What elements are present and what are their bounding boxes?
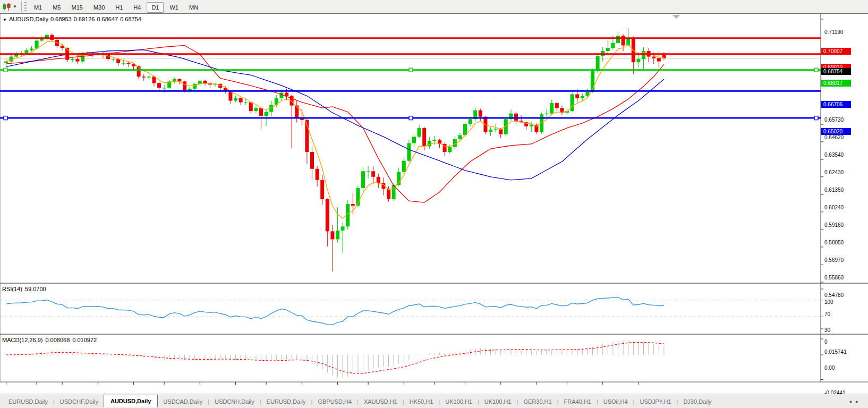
candle-body — [40, 39, 44, 40]
candlestick-chart-icon[interactable] — [2, 3, 12, 11]
chevron-down-icon[interactable]: ▼ — [13, 4, 17, 9]
candle-body — [234, 98, 237, 101]
triangle-down-icon[interactable]: ▼ — [3, 18, 7, 22]
chart-tab-gbpusd-h4[interactable]: GBPUSD,H4 — [312, 396, 357, 407]
candle-body — [24, 50, 28, 54]
chart-tab-uk100-h1[interactable]: UK100,H1 — [440, 396, 478, 407]
candle-body — [652, 57, 656, 58]
chart-tab-fra40-h1[interactable]: FRA40,H1 — [559, 396, 597, 407]
candle-body — [346, 204, 350, 226]
timeframe-button-mn[interactable]: MN — [184, 2, 203, 13]
candle-body — [183, 81, 186, 91]
timeframe-button-m30[interactable]: M30 — [89, 2, 109, 13]
chart-tab-usdchf-daily[interactable]: USDCHF,Daily — [55, 396, 104, 407]
mt4-terminal: ▼ M1M5M15M30H1H4D1W1MN ▼AUDUSD,Daily0.68… — [0, 0, 868, 408]
candle-body — [142, 76, 146, 78]
timeframe-button-h1[interactable]: H1 — [110, 2, 127, 13]
price-tick-label: 0.71190 — [824, 29, 843, 35]
candle-body — [479, 110, 482, 117]
candle-body — [422, 128, 426, 147]
candle-body — [295, 106, 299, 118]
rsi-axis-label: 30 — [824, 327, 830, 333]
macd-axis-label: 0.015741 — [824, 349, 847, 355]
line-drag-handle[interactable] — [4, 116, 7, 120]
line-drag-handle[interactable] — [409, 68, 413, 72]
candle-body — [326, 199, 329, 231]
candle-body — [316, 169, 319, 180]
candle-body — [285, 92, 288, 96]
candle-body — [555, 103, 559, 108]
candle-body — [412, 137, 416, 143]
candle-body — [616, 36, 620, 43]
macd-main-value: 0.008068 — [45, 337, 70, 343]
candle-body — [575, 94, 579, 98]
tab-scroll-right-icon[interactable]: ▸ — [856, 398, 863, 404]
candle-body — [341, 226, 345, 231]
timeframe-button-m15[interactable]: M15 — [66, 2, 87, 13]
candle-body — [418, 128, 421, 137]
candle-body — [407, 143, 411, 160]
chart-tab-usoil-h4[interactable]: USOil,H4 — [598, 396, 633, 407]
ohlc-close: 0.68754 — [120, 16, 141, 22]
price-tag: 0.68754 — [821, 68, 851, 75]
candle-body — [596, 56, 600, 71]
chart-window[interactable]: ▼AUDUSD,Daily0.689530.691260.686470.6875… — [0, 13, 868, 394]
candle-body — [469, 119, 472, 124]
candle-body — [361, 171, 365, 188]
line-drag-handle[interactable] — [4, 68, 7, 72]
chart-tab-usdcad-daily[interactable]: USDCAD,Daily — [158, 396, 208, 407]
timeframe-toolbar: ▼ M1M5M15M30H1H4D1W1MN — [0, 0, 868, 14]
candle-body — [203, 81, 207, 83]
candle-body — [61, 46, 64, 48]
price-tick-label: 0.61350 — [824, 187, 844, 193]
chart-tab-audusd-daily[interactable]: AUDUSD,Daily — [104, 395, 158, 407]
rsi-value: 59.0700 — [25, 286, 46, 292]
toolbar-grip-handle[interactable] — [24, 2, 27, 12]
chart-tab-usdcnh-daily[interactable]: USDCNH,Daily — [209, 396, 260, 407]
price-tick-label: 0.60240 — [824, 205, 844, 210]
chart-tab-eurusd-daily[interactable]: EURUSD,Daily — [261, 396, 311, 407]
price-tick-label: 0.54780 — [824, 292, 844, 298]
candle-body — [351, 204, 355, 206]
chart-tab-hk50-h1[interactable]: HK50,H1 — [404, 396, 439, 407]
timeframe-button-h4[interactable]: H4 — [129, 2, 146, 13]
autoscroll-marker-icon[interactable] — [673, 15, 680, 19]
chart-tab-xauusd-h1[interactable]: XAUUSD,H1 — [359, 396, 403, 407]
line-drag-handle[interactable] — [814, 116, 818, 120]
timeframe-button-m5[interactable]: M5 — [48, 2, 65, 13]
tab-scroll-left-icon[interactable]: ◂ — [849, 398, 856, 404]
price-tick-label: 0.62430 — [824, 169, 844, 175]
ohlc-high: 0.69126 — [74, 16, 95, 22]
price-tag: 0.65020 — [821, 128, 851, 135]
candle-body — [432, 140, 436, 141]
price-tick-label: 0.56970 — [824, 257, 844, 263]
timeframe-button-w1[interactable]: W1 — [165, 2, 183, 13]
candle-body — [310, 152, 314, 169]
candle-body — [458, 135, 462, 139]
chart-tab-usdjpy-h1[interactable]: USDJPY,H1 — [634, 396, 676, 407]
line-drag-handle[interactable] — [409, 116, 413, 120]
chart-tab-uk100-h1[interactable]: UK100,H1 — [479, 396, 517, 407]
chart-tab-bar: EURUSD,Daily|USDCHF,DailyAUDUSD,DailyUSD… — [0, 394, 868, 408]
candle-body — [428, 141, 431, 147]
chart-tab-eurusd-daily[interactable]: EURUSD,Daily — [3, 396, 53, 407]
candle-body — [550, 103, 554, 114]
tab-scroll-arrows[interactable]: ◂▸ — [849, 398, 863, 404]
timeframe-button-d1[interactable]: D1 — [147, 2, 164, 13]
candle-body — [244, 103, 248, 103]
ma-mid-line — [6, 46, 664, 203]
candle-body — [463, 124, 467, 135]
macd-axis-label: 0.00 — [824, 365, 835, 371]
chart-tab-dj30-daily[interactable]: DJ30,Daily — [678, 396, 717, 407]
timeframe-button-m1[interactable]: M1 — [29, 2, 47, 13]
macd-name: MACD(12,26,9) — [2, 337, 42, 343]
candle-body — [371, 171, 375, 177]
chart-tabs: EURUSD,Daily|USDCHF,DailyAUDUSD,DailyUSD… — [3, 396, 717, 407]
candle-body — [75, 59, 79, 62]
chart-canvas[interactable] — [0, 14, 868, 394]
line-drag-handle[interactable] — [814, 68, 818, 72]
candle-body — [657, 58, 661, 62]
chart-tab-ger30-h1[interactable]: GER30,H1 — [518, 396, 557, 407]
chart-symbol-period: AUDUSD,Daily — [9, 16, 48, 22]
candle-body — [622, 36, 625, 45]
